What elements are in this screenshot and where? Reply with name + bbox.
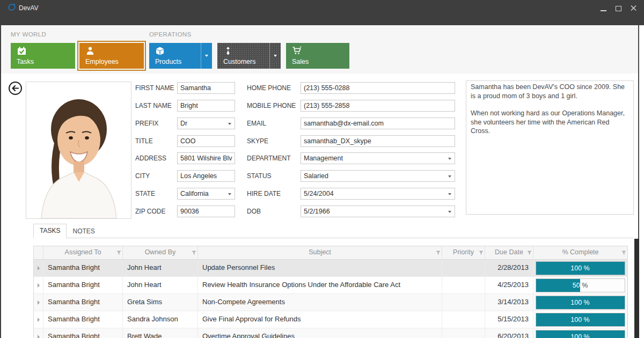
field-value-home-phone: (213) 555-0288	[304, 83, 452, 93]
tab-tasks[interactable]: TASKS	[33, 224, 67, 238]
input-address[interactable]: 5801 Wilshire Blvd.	[177, 152, 235, 164]
form-row-hire-date: HIRE DATE5/24/2004	[247, 188, 456, 200]
minimize-button[interactable]	[601, 5, 606, 11]
task-row-give-final-approval-for-refunds[interactable]: Samantha BrightSandra JohnsonGive Final …	[34, 311, 627, 328]
filter-funnel-icon[interactable]	[436, 247, 441, 259]
filter-funnel-icon[interactable]	[479, 247, 484, 259]
tile-label: Tasks	[17, 58, 34, 65]
form-column-contact: HOME PHONE(213) 555-0288MOBILE PHONE(213…	[247, 82, 456, 219]
back-button[interactable]	[8, 81, 23, 95]
field-value-status: Salaried	[304, 171, 445, 181]
column-header-owned-by[interactable]: Owned By	[123, 246, 198, 259]
form-row-first-name: FIRST NAMESamantha	[135, 82, 237, 94]
tab-notes[interactable]: NOTES	[67, 225, 100, 238]
column-header-due-date[interactable]: Due Date	[485, 246, 533, 259]
form-row-state: STATECalifornia	[135, 188, 237, 200]
cell-due-date: 5/15/2013	[485, 311, 533, 328]
tile-dropdown-button[interactable]	[269, 43, 281, 69]
field-label-status: STATUS	[247, 170, 272, 182]
input-zip-code[interactable]: 90036	[177, 205, 235, 217]
input-last-name[interactable]: Bright	[177, 100, 235, 112]
form-row-skype: SKYPEsamanthab_DX_skype	[247, 135, 456, 147]
input-home-phone[interactable]: (213) 555-0288	[301, 82, 455, 94]
bio-paragraph: When not working hard as our Operations …	[471, 109, 629, 136]
input-mobile-phone[interactable]: (213) 555-2858	[301, 100, 455, 112]
column-header-assigned-to[interactable]: Assigned To	[43, 246, 123, 259]
row-expand-button[interactable]	[34, 277, 43, 293]
column-header-subject[interactable]: Subject	[198, 246, 442, 259]
column-header-label: Due Date	[495, 248, 523, 256]
tile-label: Employees	[85, 58, 119, 65]
tile-sales[interactable]: Sales	[286, 43, 349, 69]
input-title[interactable]: COO	[177, 135, 235, 147]
chevron-down-icon[interactable]	[228, 193, 231, 195]
task-row-update-personnel-files[interactable]: Samantha BrightJohn HeartUpdate Personne…	[34, 260, 627, 277]
field-value-first-name: Samantha	[180, 83, 232, 93]
field-value-last-name: Bright	[180, 100, 232, 111]
cell-assigned-to: Samantha Bright	[43, 294, 123, 311]
chevron-down-icon[interactable]	[448, 193, 451, 195]
cell-priority	[442, 328, 485, 338]
chevron-down-icon[interactable]	[448, 211, 451, 213]
row-expand-button[interactable]	[34, 311, 43, 328]
tile-tasks[interactable]: Tasks	[11, 43, 75, 69]
filter-funnel-icon[interactable]	[116, 247, 121, 259]
dropdown-dob[interactable]: 5/2/1966	[301, 205, 455, 217]
cell-owned-by: John Heart	[123, 277, 198, 293]
dropdown-department[interactable]: Management	[301, 152, 455, 164]
bio-memo-field[interactable]: Samantha has been DevAV's COO since 2009…	[466, 80, 634, 215]
tasks-grid: Assigned ToOwned BySubjectPriorityDue Da…	[33, 246, 628, 338]
cell-subject: Give Final Approval for Refunds	[198, 311, 442, 328]
column-header-complete[interactable]: % Complete	[533, 246, 627, 259]
filter-funnel-icon[interactable]	[527, 247, 532, 259]
column-header-label: % Complete	[562, 248, 598, 256]
form-row-dob: DOB5/2/1966	[247, 205, 456, 217]
field-label-dob: DOB	[247, 205, 261, 217]
expand-arrow-icon	[38, 318, 40, 322]
column-header-priority[interactable]: Priority	[442, 246, 485, 259]
form-row-status: STATUSSalaried	[247, 170, 456, 182]
tile-dropdown-button[interactable]	[201, 43, 212, 69]
cell-due-date: 2/28/2013	[485, 260, 533, 276]
input-skype[interactable]: samanthab_DX_skype	[301, 135, 455, 147]
row-expand-button[interactable]	[34, 260, 43, 276]
row-expand-button[interactable]	[34, 294, 43, 311]
percent-complete-bar: 100 %100 %	[536, 261, 625, 275]
maximize-button[interactable]	[616, 6, 621, 11]
cell-subject: Overtime Approval Guidelines	[198, 328, 442, 338]
chevron-down-icon[interactable]	[448, 158, 451, 160]
field-label-zip-code: ZIP CODE	[135, 205, 165, 217]
filter-funnel-icon[interactable]	[192, 247, 196, 259]
cell-subject: Update Personnel Files	[198, 260, 442, 276]
vertical-scrollbar-thumb[interactable]	[634, 239, 639, 338]
field-label-department: DEPARTMENT	[247, 152, 291, 164]
cell-subject: Review Health Insurance Options Under th…	[198, 277, 442, 293]
progress-fill: 100 %	[536, 296, 625, 309]
task-row-review-health-insurance-options-under-the-affordable-care-act[interactable]: Samantha BrightJohn HeartReview Health I…	[34, 277, 627, 294]
input-email[interactable]: samanthab@dx-email.com	[301, 117, 455, 129]
row-expand-button[interactable]	[34, 328, 43, 338]
dropdown-status[interactable]: Salaried	[301, 170, 455, 182]
task-row-non-compete-agreements[interactable]: Samantha BrightGreta SimsNon-Compete Agr…	[34, 294, 627, 311]
field-label-state: STATE	[135, 188, 155, 200]
dropdown-hire-date[interactable]: 5/24/2004	[301, 188, 455, 200]
percent-label-inverse: 100 %	[536, 330, 625, 338]
tile-products[interactable]: Products	[149, 43, 212, 69]
chevron-down-icon[interactable]	[448, 175, 451, 178]
form-column-personal: FIRST NAMESamanthaLAST NAMEBrightPREFIXD…	[135, 82, 237, 219]
dropdown-state[interactable]: California	[177, 188, 235, 200]
field-label-email: EMAIL	[247, 117, 266, 129]
cell-priority	[442, 277, 485, 293]
input-city[interactable]: Los Angeles	[177, 170, 235, 182]
field-label-mobile-phone: MOBILE PHONE	[247, 100, 296, 112]
tile-customers[interactable]: Customers	[217, 43, 281, 69]
chevron-down-icon[interactable]	[228, 123, 231, 125]
task-row-overtime-approval-guidelines[interactable]: Samantha BrightBrett WadeOvertime Approv…	[34, 328, 627, 338]
percent-label-inverse: 100 %	[536, 313, 625, 326]
cell-percent-complete: 100 %100 %	[533, 294, 627, 311]
filter-funnel-icon[interactable]	[621, 247, 626, 259]
tile-employees[interactable]: Employees	[79, 43, 144, 69]
close-button[interactable]	[631, 3, 636, 13]
input-first-name[interactable]: Samantha	[177, 82, 235, 94]
dropdown-prefix[interactable]: Dr	[177, 117, 235, 129]
